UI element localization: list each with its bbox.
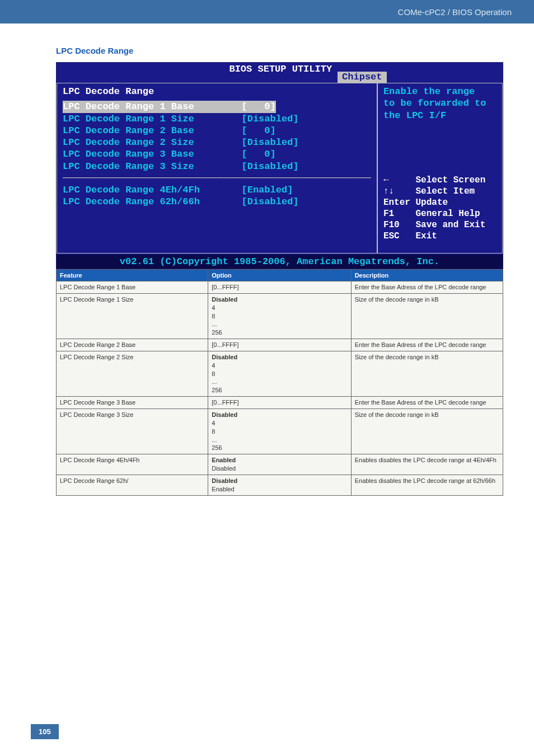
cell-feature: LPC Decode Range 1 Base	[57, 281, 208, 294]
cell-description: Enables disables the LPC decode range at…	[351, 454, 503, 475]
cell-feature: LPC Decode Range 1 Size	[57, 293, 208, 339]
cell-feature: LPC Decode Range 4Eh/4Fh	[57, 454, 208, 475]
bios-setting-row: LPC Decode Range 2 Base[ 0]	[63, 125, 371, 137]
bios-title-bar: BIOS SETUP UTILITY Chipset	[57, 63, 503, 83]
page-number: 105	[31, 724, 59, 739]
bios-setting-value: [Disabled]	[242, 137, 299, 148]
bios-setting-row: LPC Decode Range 62h/66h[Disabled]	[63, 196, 371, 208]
bios-setting-label: LPC Decode Range 3 Base	[63, 148, 242, 160]
bios-left-pane: LPC Decode Range LPC Decode Range 1 Base…	[57, 83, 377, 253]
bios-help-text: Enable the range to be forwarded to the …	[383, 86, 499, 121]
bios-setting-value: [ 0]	[242, 101, 276, 112]
bios-setting-label: LPC Decode Range 2 Size	[63, 137, 242, 148]
page-content: LPC Decode Range BIOS SETUP UTILITY Chip…	[0, 24, 534, 496]
bios-setting-value: [Enabled]	[242, 184, 293, 196]
table-row: LPC Decode Range 2 SizeDisabled48...256S…	[57, 351, 503, 396]
cell-feature: LPC Decode Range 3 Size	[57, 408, 208, 454]
bios-tab-chipset: Chipset	[338, 72, 386, 83]
cell-feature: LPC Decode Range 62h/	[57, 475, 208, 495]
cell-feature: LPC Decode Range 2 Base	[57, 339, 208, 351]
bios-setting-value: [Disabled]	[242, 196, 299, 208]
th-feature: Feature	[57, 270, 208, 281]
cell-option: Disabled48...256	[208, 408, 351, 454]
cell-option: DisabledEnabled	[208, 475, 351, 495]
table-row: LPC Decode Range 2 Base[0...FFFF]Enter t…	[57, 339, 503, 351]
bios-setting-label: LPC Decode Range 1 Size	[63, 113, 242, 125]
cell-option: [0...FFFF]	[208, 397, 351, 409]
bios-nav-help: ← Select Screen ↑↓ Select Item Enter Upd…	[383, 175, 499, 242]
bios-right-pane: Enable the range to be forwarded to the …	[377, 83, 503, 253]
th-description: Description	[351, 270, 503, 281]
cell-option: EnabledDisabled	[208, 454, 351, 475]
table-row: LPC Decode Range 1 SizeDisabled48...256S…	[57, 293, 503, 339]
bios-setting-value: [Disabled]	[242, 113, 299, 125]
cell-description: Enter the Base Adress of the LPC decode …	[351, 339, 503, 351]
bios-setting-row: LPC Decode Range 4Eh/4Fh[Enabled]	[63, 184, 371, 196]
bios-setting-value: [Disabled]	[242, 161, 299, 172]
bios-setting-row: LPC Decode Range 1 Size[Disabled]	[63, 113, 371, 125]
table-row: LPC Decode Range 4Eh/4FhEnabledDisabledE…	[57, 454, 503, 475]
bios-setting-label: LPC Decode Range 62h/66h	[63, 196, 242, 208]
bios-setting-row: LPC Decode Range 3 Base[ 0]	[63, 148, 371, 160]
bios-setting-row: LPC Decode Range 3 Size[Disabled]	[63, 161, 371, 172]
bios-setting-label: LPC Decode Range 1 Base	[63, 101, 242, 112]
bios-separator: ────────────────────────────────────────…	[63, 172, 371, 184]
bios-setting-label: LPC Decode Range 2 Base	[63, 125, 242, 137]
cell-option: Disabled48...256	[208, 293, 351, 339]
table-row: LPC Decode Range 62h/DisabledEnabledEnab…	[57, 475, 503, 495]
cell-description: Size of the decode range in kB	[351, 408, 503, 454]
table-row: LPC Decode Range 1 Base[0...FFFF]Enter t…	[57, 281, 503, 294]
cell-description: Enter the Base Adress of the LPC decode …	[351, 397, 503, 409]
bios-setting-row: LPC Decode Range 1 Base[ 0]	[63, 101, 371, 112]
page-header: COMe-cPC2 / BIOS Operation	[0, 0, 534, 24]
bios-setting-row: LPC Decode Range 2 Size[Disabled]	[63, 137, 371, 148]
table-row: LPC Decode Range 3 Base[0...FFFF]Enter t…	[57, 397, 503, 409]
bios-pane-heading: LPC Decode Range	[63, 86, 371, 97]
cell-description: Size of the decode range in kB	[351, 351, 503, 396]
bios-setting-value: [ 0]	[242, 125, 276, 137]
cell-feature: LPC Decode Range 2 Size	[57, 351, 208, 396]
bios-setting-label: LPC Decode Range 4Eh/4Fh	[63, 184, 242, 196]
bios-footer: v02.61 (C)Copyright 1985-2006, American …	[57, 253, 503, 269]
cell-description: Enables disables the LPC decode range at…	[351, 475, 503, 495]
cell-description: Enter the Base Adress of the LPC decode …	[351, 281, 503, 294]
table-row: LPC Decode Range 3 SizeDisabled48...256S…	[57, 408, 503, 454]
cell-option: [0...FFFF]	[208, 339, 351, 351]
breadcrumb: COMe-cPC2 / BIOS Operation	[398, 7, 512, 17]
cell-option: Disabled48...256	[208, 351, 351, 396]
bios-screenshot: BIOS SETUP UTILITY Chipset LPC Decode Ra…	[56, 62, 503, 269]
th-option: Option	[208, 270, 351, 281]
cell-feature: LPC Decode Range 3 Base	[57, 397, 208, 409]
feature-table: Feature Option Description LPC Decode Ra…	[56, 269, 503, 496]
cell-description: Size of the decode range in kB	[351, 293, 503, 339]
bios-body: LPC Decode Range LPC Decode Range 1 Base…	[57, 83, 503, 253]
bios-setting-label: LPC Decode Range 3 Size	[63, 161, 242, 172]
bios-title: BIOS SETUP UTILITY	[57, 63, 338, 74]
cell-option: [0...FFFF]	[208, 281, 351, 294]
section-title: LPC Decode Range	[56, 46, 503, 55]
bios-setting-value: [ 0]	[242, 148, 276, 160]
